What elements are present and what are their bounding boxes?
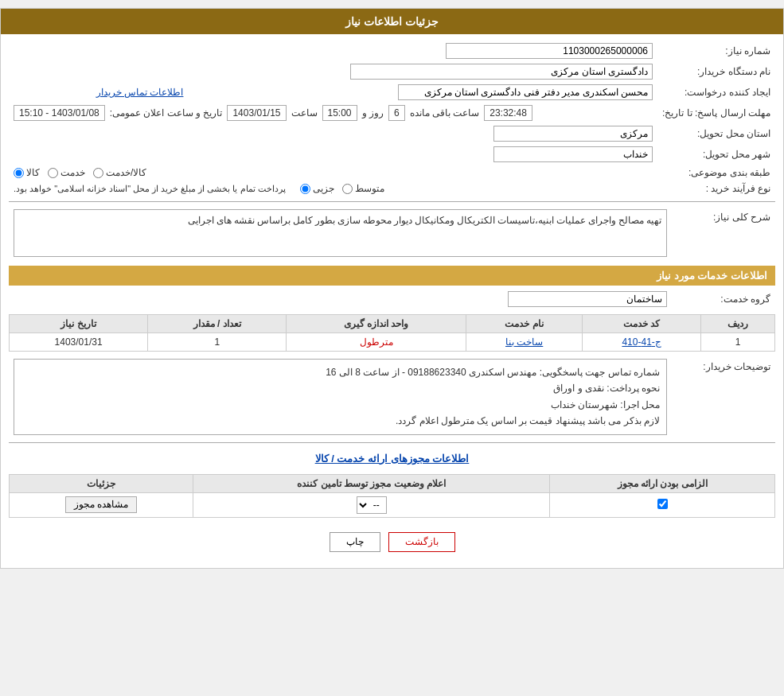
noefarayand-label: نوع فرآیند خرید : — [657, 181, 775, 196]
col-elzami: الزامی بودن ارائه مجوز — [550, 474, 775, 492]
rozMande-label: روز و — [362, 107, 384, 119]
service-count: 1 — [148, 333, 287, 352]
col-unit: واحد اندازه گیری — [287, 315, 466, 333]
shahrTahvil-input[interactable] — [493, 146, 653, 162]
radio-description: پرداخت تمام یا بخشی از مبلغ خرید از محل … — [14, 184, 286, 194]
service-radif: 1 — [701, 333, 775, 352]
col-code: کد خدمت — [583, 315, 701, 333]
radio-khedmat[interactable]: خدمت — [48, 167, 85, 178]
radio-khedmat-label: خدمت — [60, 167, 85, 178]
service-date: 1403/01/31 — [10, 333, 148, 352]
col-date: تاریخ نیاز — [10, 315, 148, 333]
saatMande-label: ساعت باقی مانده — [410, 107, 480, 119]
sharhNiaz-content: تهیه مصالح واجرای عملیات ابنیه،تاسیسات ا… — [14, 209, 667, 257]
tarikhAelan-value: 1403/01/08 - 15:10 — [14, 105, 105, 121]
tarikhAelan-label: تاریخ و ساعت اعلان عمومی: — [110, 107, 223, 119]
radio-khedmat-input[interactable] — [48, 168, 58, 178]
ostanTahvil-label: استان محل تحویل: — [657, 123, 775, 144]
buyerNotes-content: شماره تماس جهت پاسخگویی: مهندس اسکندری 0… — [14, 359, 667, 435]
namDastgah-input[interactable] — [350, 64, 653, 80]
ijadKonande-input[interactable] — [398, 84, 653, 100]
ostanTahvil-input[interactable] — [493, 126, 653, 142]
licenses-section-link[interactable]: اطلاعات مجوزهای ارائه خدمت / کالا — [9, 448, 775, 469]
page-header: جزئیات اطلاعات نیاز — [1, 9, 783, 34]
rozMande-value: 6 — [388, 105, 405, 121]
tarikhPasokh-value: 1403/01/15 — [227, 105, 286, 121]
tabaqeBandi-label: طبقه بندی موضوعی: — [657, 165, 775, 181]
bottom-buttons: بازگشت چاپ — [9, 523, 775, 562]
radio-motevaset-label: متوسط — [355, 183, 384, 194]
service-name[interactable]: ساخت بنا — [466, 333, 583, 352]
radio-motevaset-input[interactable] — [342, 184, 353, 194]
print-button[interactable]: چاپ — [330, 532, 380, 552]
col-radif: ردیف — [701, 315, 775, 333]
etelaatTamas-link[interactable]: اطلاعات تماس خریدار — [96, 87, 184, 98]
radio-jozi-label: جزیی — [313, 183, 334, 194]
col-alam: اعلام وضعیت مجوز توسط تامین کننده — [193, 474, 550, 492]
shomareNiaz-input[interactable] — [446, 43, 653, 59]
saatPasokh-value: 15:00 — [322, 105, 357, 121]
groupKhedmat-input[interactable] — [508, 291, 667, 307]
radio-kalaKhedmat-input[interactable] — [93, 168, 103, 178]
radio-kala-input[interactable] — [14, 168, 24, 178]
radio-kalaKhedmat-label: کالا/خدمت — [106, 167, 146, 178]
mohlatErsalPasokh-label: مهلت ارسال پاسخ: تا تاریخ: — [662, 107, 770, 119]
shahrTahvil-label: شهر محل تحویل: — [657, 144, 775, 165]
service-unit: مترطول — [287, 333, 466, 352]
view-license-button[interactable]: مشاهده مجوز — [65, 496, 137, 513]
radio-kala-label: کالا — [26, 167, 40, 178]
radio-kala[interactable]: کالا — [14, 167, 40, 178]
service-code: ج-41-410 — [583, 333, 701, 352]
radio-jozi-input[interactable] — [300, 184, 310, 194]
saatPasokh-label: ساعت — [291, 107, 318, 119]
col-count: تعداد / مقدار — [148, 315, 287, 333]
ijadKonande-label: ایجاد کننده درخواست: — [657, 82, 775, 103]
buyerNotes-label: توضیحات خریدار: — [672, 356, 775, 437]
license-table: الزامی بودن ارائه مجوز اعلام وضعیت مجوز … — [9, 474, 775, 518]
shomareNiaz-label: شماره نیاز: — [657, 41, 775, 61]
radio-kalaKhedmat[interactable]: کالا/خدمت — [93, 167, 146, 178]
col-name: نام خدمت — [466, 315, 583, 333]
alam-select[interactable]: -- — [357, 496, 387, 514]
service-row: 1 ج-41-410 ساخت بنا مترطول 1 1403/01/31 — [10, 333, 775, 352]
radio-jozi[interactable]: جزیی — [300, 183, 334, 194]
back-button[interactable]: بازگشت — [388, 532, 455, 552]
elzami-checkbox[interactable] — [657, 499, 668, 509]
radio-motevaset[interactable]: متوسط — [342, 183, 384, 194]
services-table: ردیف کد خدمت نام خدمت واحد اندازه گیری ت… — [9, 314, 775, 352]
col-joziat: جزئیات — [10, 474, 193, 492]
page-title: جزئیات اطلاعات نیاز — [345, 15, 439, 28]
services-section-title: اطلاعات خدمات مورد نیاز — [9, 266, 775, 286]
groupKhedmat-label: گروه خدمت: — [672, 289, 775, 309]
saatMande-value: 23:32:48 — [484, 105, 532, 121]
license-row: -- مشاهده مجوز — [10, 492, 775, 517]
namDastgah-label: نام دستگاه خریدار: — [657, 61, 775, 82]
sharhNiaz-label: شرح کلی نیاز: — [672, 207, 775, 259]
